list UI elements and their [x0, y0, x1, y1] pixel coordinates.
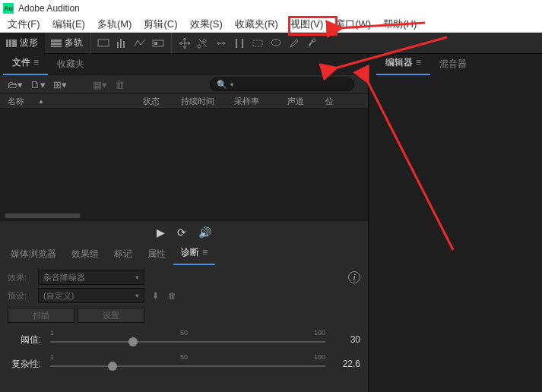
tab-mixer[interactable]: 混音器: [430, 53, 476, 75]
tab-files[interactable]: 文件≡: [3, 52, 48, 75]
effect-dropdown[interactable]: 杂音降噪器▾: [38, 270, 144, 285]
chevron-down-icon: ▾: [135, 292, 139, 299]
complexity-slider[interactable]: 150100: [50, 355, 325, 373]
right-panel: 编辑器≡ 混音器: [369, 54, 542, 392]
menu-window[interactable]: 窗口(W): [329, 17, 377, 31]
threshold-slider[interactable]: 150100: [50, 330, 325, 349]
spectral-freq-icon[interactable]: [113, 35, 130, 52]
preview-icon[interactable]: [150, 35, 166, 52]
search-icon: 🔍: [217, 80, 227, 90]
toolbar: 波形 多轨: [0, 33, 542, 54]
delete-preset-icon[interactable]: 🗑: [168, 291, 176, 300]
filter-icon[interactable]: ▦▾: [93, 79, 107, 90]
brush-tool-icon[interactable]: [286, 35, 303, 52]
loop-button[interactable]: ⟳: [177, 226, 186, 239]
menu-effects[interactable]: 效果(S): [184, 17, 229, 31]
mode-waveform-button[interactable]: 波形: [0, 33, 45, 54]
menu-help[interactable]: 帮助(H): [377, 17, 423, 31]
play-button[interactable]: ▶: [157, 226, 165, 239]
panel-menu-icon[interactable]: ≡: [33, 57, 39, 68]
tab-effects-rack[interactable]: 效果组: [64, 243, 106, 265]
col-name[interactable]: 名称: [8, 96, 137, 107]
multitrack-icon: [51, 40, 62, 47]
complexity-value[interactable]: 22.6: [334, 359, 360, 369]
mode-multitrack-button[interactable]: 多轨: [45, 33, 90, 54]
insert-icon[interactable]: ⊞▾: [53, 79, 67, 90]
tab-diagnostics[interactable]: 诊断≡: [173, 242, 215, 265]
scan-button[interactable]: 扫描: [8, 308, 74, 323]
razor-tool-icon[interactable]: [195, 35, 211, 52]
waveform-icon: [6, 40, 17, 47]
auto-play-button[interactable]: 🔊: [198, 226, 211, 239]
svg-rect-6: [236, 39, 237, 48]
menu-favorites[interactable]: 收藏夹(R): [229, 17, 284, 31]
tool-group-edit: [171, 33, 325, 54]
files-panel: 文件≡ 收藏夹 🗁▾ 🗋▾ ⊞▾ ▦▾ 🗑 🔍▾ 名称 ▲ 状态 持续时间 采样…: [0, 54, 368, 244]
spectral-pitch-icon[interactable]: [132, 35, 148, 52]
complexity-label: 复杂性:: [8, 358, 41, 371]
transport-bar: ▶ ⟳ 🔊: [0, 221, 368, 244]
svg-rect-3: [123, 41, 125, 48]
svg-rect-5: [154, 42, 157, 45]
menu-multitrack[interactable]: 多轨(M): [91, 17, 138, 31]
open-file-icon[interactable]: 🗁▾: [8, 79, 23, 90]
svg-point-9: [271, 40, 281, 46]
heal-tool-icon[interactable]: [304, 35, 321, 52]
menu-bar: 文件(F) 编辑(E) 多轨(M) 剪辑(C) 效果(S) 收藏夹(R) 视图(…: [0, 16, 542, 33]
svg-rect-8: [253, 40, 262, 46]
info-icon[interactable]: i: [348, 271, 360, 283]
col-status[interactable]: 状态: [143, 96, 181, 107]
preset-dropdown[interactable]: (自定义)▾: [38, 288, 144, 303]
search-chevron-icon[interactable]: ▾: [230, 81, 233, 88]
tab-favorites[interactable]: 收藏夹: [48, 53, 94, 75]
new-file-icon[interactable]: 🗋▾: [30, 79, 46, 90]
delete-icon[interactable]: 🗑: [115, 79, 125, 90]
mode-waveform-label: 波形: [20, 36, 38, 49]
mode-multitrack-label: 多轨: [65, 36, 83, 49]
title-bar: Au Adobe Audition: [0, 0, 542, 16]
menu-edit[interactable]: 编辑(E): [46, 17, 91, 31]
svg-rect-7: [242, 39, 243, 48]
svg-rect-2: [120, 39, 122, 48]
chevron-down-icon: ▾: [135, 273, 139, 281]
svg-rect-1: [117, 42, 119, 48]
menu-file[interactable]: 文件(F): [2, 17, 46, 31]
tab-editor[interactable]: 编辑器≡: [376, 52, 430, 75]
effect-label: 效果:: [8, 272, 33, 283]
menu-clip[interactable]: 剪辑(C): [138, 17, 183, 31]
file-list[interactable]: [0, 109, 368, 221]
time-select-icon[interactable]: [231, 35, 248, 52]
col-duration[interactable]: 持续时间: [181, 96, 234, 107]
move-tool-icon[interactable]: [176, 35, 193, 52]
tab-media-browser[interactable]: 媒体浏览器: [3, 243, 64, 265]
col-sort-icon[interactable]: ▲: [38, 98, 44, 105]
preset-label: 预设:: [8, 290, 33, 302]
threshold-label: 阈值:: [8, 334, 41, 346]
tab-properties[interactable]: 属性: [140, 243, 173, 265]
settings-button[interactable]: 设置: [78, 308, 144, 323]
file-list-header: 名称 ▲ 状态 持续时间 采样率 声道 位: [0, 93, 368, 109]
app-title: Adobe Audition: [18, 3, 80, 14]
horizontal-scrollbar[interactable]: [5, 213, 81, 218]
slip-tool-icon[interactable]: [213, 35, 230, 52]
threshold-value[interactable]: 30: [334, 334, 360, 345]
lower-panel: 媒体浏览器 效果组 标记 属性 诊断≡ 效果: 杂音降噪器▾ i 预设: (自定…: [0, 244, 368, 392]
col-bitdepth[interactable]: 位: [325, 96, 334, 107]
lasso-tool-icon[interactable]: [268, 35, 284, 52]
search-input[interactable]: 🔍▾: [210, 77, 354, 91]
save-preset-icon[interactable]: ⬇: [152, 291, 159, 301]
col-samplerate[interactable]: 采样率: [234, 96, 287, 107]
marquee-tool-icon[interactable]: [249, 35, 266, 52]
tool-group-display: [90, 33, 171, 54]
tab-markers[interactable]: 标记: [106, 243, 140, 265]
menu-view[interactable]: 视图(V): [284, 17, 329, 31]
col-channel[interactable]: 声道: [287, 96, 325, 107]
app-icon: Au: [3, 3, 14, 14]
hud-icon[interactable]: [95, 35, 112, 52]
svg-rect-0: [98, 40, 109, 46]
